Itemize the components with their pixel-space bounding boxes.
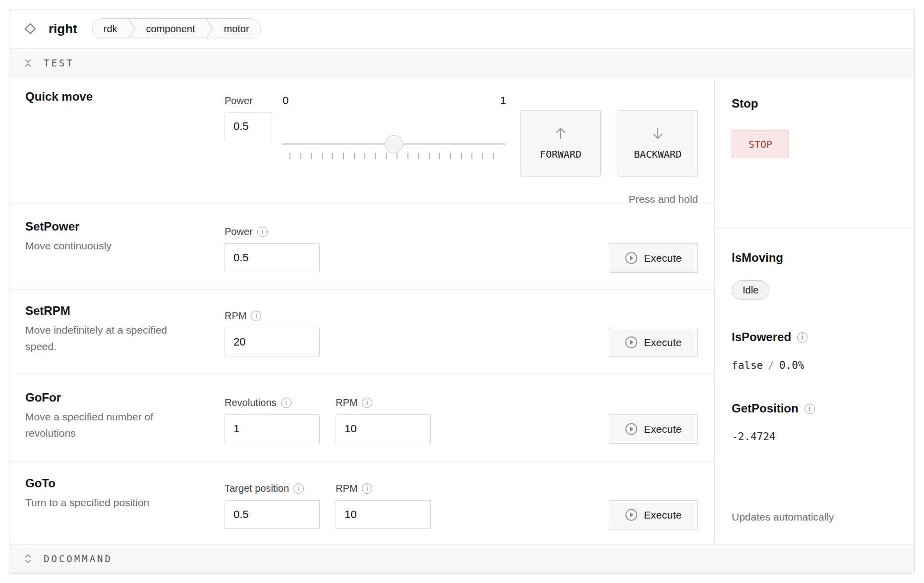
go-for-revolutions-input[interactable] xyxy=(225,414,320,443)
info-icon[interactable] xyxy=(362,398,372,408)
motor-control-page: right rdk component motor TEST xyxy=(0,0,924,583)
set-rpm-rpm-field: RPM xyxy=(225,309,320,356)
is-powered-value: false / 0.0% xyxy=(732,359,897,371)
is-powered-percent: 0.0% xyxy=(779,359,805,371)
is-powered-bool: false xyxy=(732,359,763,371)
expand-icon xyxy=(24,554,32,563)
go-to-target-field: Target position xyxy=(225,481,320,529)
power-label: Power xyxy=(225,225,253,238)
go-for-revolutions-field: Revolutions xyxy=(225,396,320,443)
set-power-power-field: Power xyxy=(225,225,320,272)
info-icon[interactable] xyxy=(293,483,304,494)
info-icon[interactable] xyxy=(797,332,808,343)
power-slider-handle[interactable] xyxy=(385,135,403,154)
component-diamond-icon xyxy=(23,21,38,36)
info-icon[interactable] xyxy=(251,311,261,321)
test-section-label: TEST xyxy=(44,58,74,68)
info-icon[interactable] xyxy=(362,483,372,494)
row-go-for: GoFor Move a specified number of revolut… xyxy=(9,376,714,462)
get-position-value: -2.4724 xyxy=(732,431,897,443)
breadcrumb: rdk component motor xyxy=(92,18,261,39)
go-to-execute-button[interactable]: Execute xyxy=(609,500,698,529)
rpm-label: RPM xyxy=(225,309,246,323)
is-moving-title: IsMoving xyxy=(732,250,897,265)
go-to-title: GoTo xyxy=(25,476,225,491)
card-header: right rdk component motor xyxy=(9,9,914,48)
stop-button[interactable]: STOP xyxy=(732,130,789,158)
execute-button-label: Execute xyxy=(644,509,682,521)
motor-component-card: right rdk component motor TEST xyxy=(9,9,915,574)
row-set-rpm: SetRPM Move indefinitely at a specified … xyxy=(9,290,714,376)
breadcrumb-item-component: component xyxy=(135,19,206,39)
go-for-rpm-input[interactable] xyxy=(336,414,431,443)
set-power-description: Move continuously xyxy=(25,237,194,254)
play-circle-icon xyxy=(625,336,637,349)
test-section-body: Quick move Power 0 1 xyxy=(9,77,914,544)
value-separator: / xyxy=(768,359,774,371)
go-for-execute-button[interactable]: Execute xyxy=(609,414,698,444)
info-icon[interactable] xyxy=(281,398,291,408)
info-icon[interactable] xyxy=(257,227,268,237)
go-for-rpm-field: RPM xyxy=(336,396,431,443)
power-slider: 0 1 xyxy=(282,94,506,205)
go-to-rpm-input[interactable] xyxy=(336,500,431,529)
set-power-title: SetPower xyxy=(25,219,225,234)
go-to-rpm-field: RPM xyxy=(336,481,431,529)
stop-title: Stop xyxy=(732,96,897,111)
docommand-section-header[interactable]: DOCOMMAND xyxy=(9,544,914,573)
power-input[interactable] xyxy=(225,113,272,140)
motor-status-sidebar: Stop STOP IsMoving Idle IsPowered xyxy=(715,77,914,544)
updates-automatically-note: Updates automatically xyxy=(732,511,897,523)
power-label: Power xyxy=(225,94,272,108)
forward-button-label: FORWARD xyxy=(540,148,581,160)
execute-button-label: Execute xyxy=(644,423,682,435)
set-rpm-execute-button[interactable]: Execute xyxy=(609,328,698,357)
go-to-description: Turn to a specified position xyxy=(25,494,194,511)
docommand-section-label: DOCOMMAND xyxy=(44,553,113,564)
backward-button[interactable]: BACKWARD xyxy=(618,110,698,176)
row-quick-move: Quick move Power 0 1 xyxy=(9,77,714,205)
revolutions-label: Revolutions xyxy=(225,396,277,409)
target-position-label: Target position xyxy=(225,481,289,495)
chevron-right-icon xyxy=(206,19,213,39)
set-power-input[interactable] xyxy=(225,243,320,272)
get-position-title: GetPosition xyxy=(732,401,897,416)
execute-button-label: Execute xyxy=(644,337,682,349)
breadcrumb-item-motor: motor xyxy=(213,19,260,39)
test-section-header[interactable]: TEST xyxy=(9,48,914,77)
set-rpm-input[interactable] xyxy=(225,328,320,356)
slider-max-label: 1 xyxy=(500,94,506,108)
component-name: right xyxy=(49,21,77,37)
breadcrumb-item-rdk: rdk xyxy=(93,19,128,39)
backward-button-label: BACKWARD xyxy=(634,148,682,160)
go-for-title: GoFor xyxy=(25,390,225,405)
row-go-to: GoTo Turn to a specified position Target… xyxy=(9,462,714,544)
motor-commands-panel: Quick move Power 0 1 xyxy=(9,77,715,544)
rpm-label: RPM xyxy=(336,481,357,495)
set-rpm-description: Move indefinitely at a specified speed. xyxy=(25,322,194,354)
arrow-up-icon xyxy=(554,126,568,140)
set-power-execute-button[interactable]: Execute xyxy=(609,243,698,273)
press-and-hold-hint: Press and hold xyxy=(520,193,698,205)
collapse-icon xyxy=(24,58,32,67)
play-circle-icon xyxy=(625,509,637,521)
is-moving-status-badge: Idle xyxy=(732,280,769,300)
play-circle-icon xyxy=(625,423,637,435)
arrow-down-icon xyxy=(651,126,665,140)
chevron-right-icon xyxy=(128,19,135,39)
quick-move-power-field: Power xyxy=(225,94,272,205)
go-for-description: Move a specified number of revolutions xyxy=(25,408,194,441)
slider-ticks xyxy=(289,153,503,159)
play-circle-icon xyxy=(625,252,637,264)
row-set-power: SetPower Move continuously Power xyxy=(9,205,714,290)
rpm-label: RPM xyxy=(336,396,357,409)
info-icon[interactable] xyxy=(805,404,815,414)
execute-button-label: Execute xyxy=(644,252,682,264)
forward-button[interactable]: FORWARD xyxy=(520,110,601,176)
status-section: IsMoving Idle IsPowered false / 0.0% xyxy=(715,229,914,544)
go-to-target-input[interactable] xyxy=(225,500,320,529)
is-powered-title: IsPowered xyxy=(732,330,897,345)
stop-button-label: STOP xyxy=(749,138,772,150)
stop-section: Stop STOP xyxy=(715,77,914,229)
set-rpm-title: SetRPM xyxy=(25,303,225,318)
